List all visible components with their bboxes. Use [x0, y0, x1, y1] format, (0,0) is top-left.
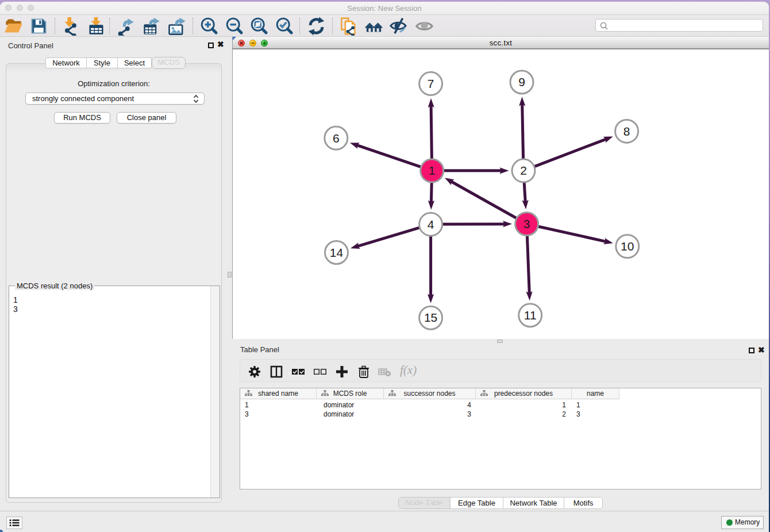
svg-text:7: 7 — [428, 77, 434, 90]
svg-text:14: 14 — [330, 246, 344, 259]
svg-text:6: 6 — [333, 132, 340, 145]
svg-text:9: 9 — [518, 75, 525, 88]
svg-text:8: 8 — [623, 125, 630, 138]
svg-text:4: 4 — [428, 218, 434, 231]
svg-text:3: 3 — [523, 217, 530, 230]
svg-text:15: 15 — [424, 311, 437, 324]
svg-text:1: 1 — [429, 164, 436, 177]
svg-text:10: 10 — [621, 240, 634, 253]
svg-text:11: 11 — [524, 309, 537, 322]
svg-text:2: 2 — [520, 164, 527, 177]
